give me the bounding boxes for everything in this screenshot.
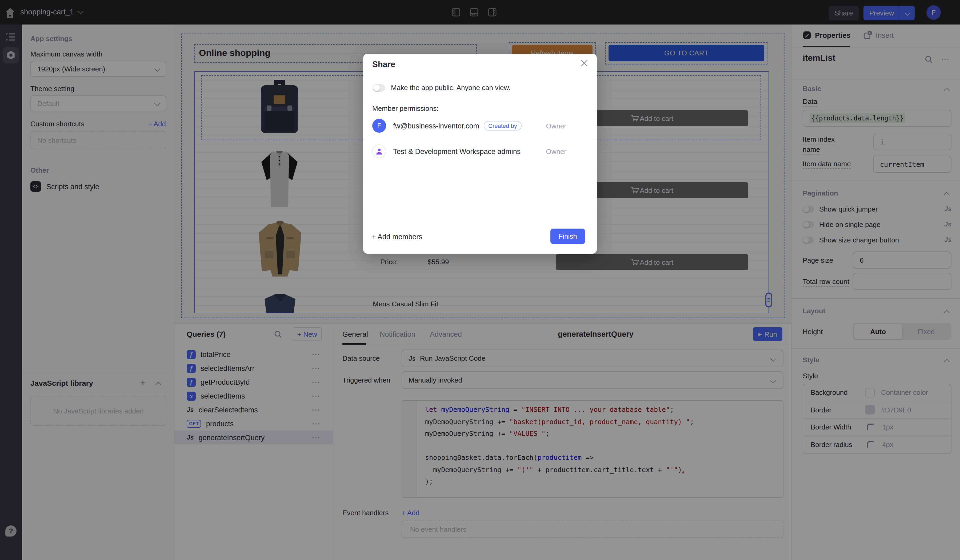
members-list: F fw@business-inventor.com Created by Ow… — [372, 118, 588, 169]
share-modal: Share Make the app public. Anyone can vi… — [363, 54, 597, 254]
member-avatar: F — [372, 119, 386, 133]
group-avatar — [372, 144, 386, 158]
created-by-badge: Created by — [483, 121, 522, 131]
finish-button[interactable]: Finish — [550, 228, 585, 244]
public-toggle-row: Make the app public. Anyone can view. — [373, 84, 510, 92]
member-row: Test & Development Workspace admins Owne… — [372, 143, 588, 159]
member-row: F fw@business-inventor.com Created by Ow… — [372, 118, 588, 134]
member-permissions-label: Member permissions: — [372, 104, 439, 112]
add-members-button[interactable]: + Add members — [372, 233, 422, 241]
app-root: shopping-cart_1 Share Preview F — [0, 0, 960, 560]
make-public-toggle[interactable] — [373, 84, 385, 91]
member-role[interactable]: Owner — [546, 147, 566, 155]
modal-title: Share — [372, 60, 395, 69]
group-icon — [376, 148, 383, 155]
member-role[interactable]: Owner — [546, 122, 566, 130]
close-icon[interactable] — [580, 59, 588, 69]
